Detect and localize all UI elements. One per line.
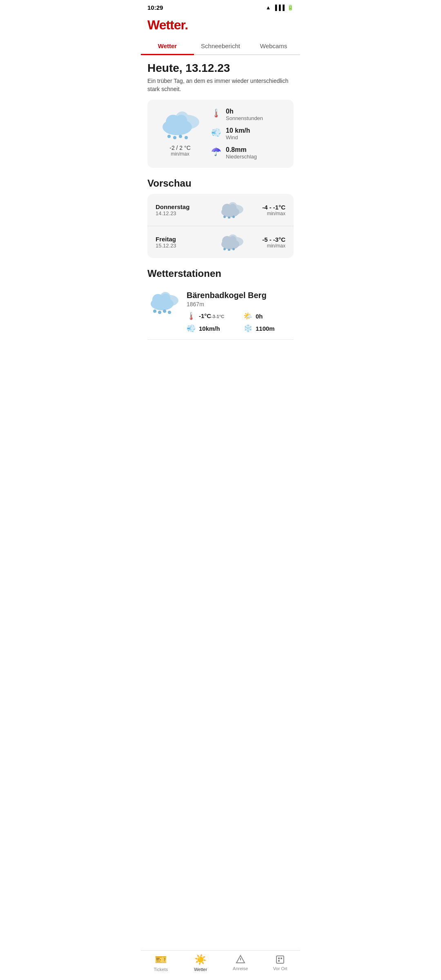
status-time: 10:29	[147, 4, 163, 11]
thermometer-icon: 🌡️	[211, 108, 221, 118]
station-wind: 💨 10km/h	[187, 324, 237, 333]
station-snow-value: 1100m	[256, 325, 275, 332]
svg-point-7	[179, 135, 182, 138]
svg-point-33	[168, 311, 171, 314]
station-sun-icon: 🌤️	[243, 312, 252, 321]
weather-stats: 🌡️ 0h Sonnenstunden 💨 10 km/h Wind ☂️ 0.…	[211, 108, 285, 160]
station-sun: 🌤️ 0h	[243, 312, 294, 321]
station-snow-icon: ❄️	[243, 324, 252, 333]
tab-wetter[interactable]: Wetter	[141, 38, 194, 54]
stations-title: Wetterstationen	[147, 268, 294, 279]
svg-point-22	[223, 248, 226, 250]
forecast-cloud-thu	[218, 201, 245, 218]
station-wind-icon: 💨	[187, 324, 196, 333]
forecast-cloud-fri	[218, 234, 245, 251]
current-temp: -2 / 2 °C	[169, 145, 191, 151]
forecast-row-fri: Freitag 15.12.23 -5 - -3°C min/max	[147, 226, 294, 258]
app-header: Wetter.	[141, 13, 300, 33]
station-stats: 🌡️ -1°C-3-1°C 🌤️ 0h 💨 10km/h	[187, 312, 294, 333]
station-sun-value: 0h	[256, 313, 263, 320]
signal-icon: ▐▐▐	[273, 4, 285, 11]
svg-point-24	[232, 248, 235, 250]
station-wind-value: 10km/h	[199, 325, 220, 332]
stat-precipitation: ☂️ 0.8mm Niederschlag	[211, 146, 285, 160]
logo-dot: .	[185, 18, 188, 32]
stat-sun: 🌡️ 0h Sonnenstunden	[211, 108, 285, 121]
station-item: Bärenbadkogel Berg 1867m 🌡️ -1°C-3-1°C 🌤…	[147, 284, 294, 340]
tab-webcams[interactable]: Webcams	[247, 38, 300, 54]
station-cloud-icon	[147, 291, 179, 314]
wind-label: Wind	[226, 134, 250, 140]
station-elevation: 1867m	[187, 301, 294, 307]
main-content: Heute, 13.12.23 Ein trüber Tag, an dem e…	[141, 55, 300, 381]
svg-point-16	[232, 216, 235, 218]
logo-text: Wetter	[147, 18, 185, 32]
status-bar: 10:29 ▲ ▐▐▐ 🔋	[141, 0, 300, 13]
today-title: Heute, 13.12.23	[147, 62, 294, 75]
svg-point-14	[223, 216, 226, 218]
station-temp: 🌡️ -1°C-3-1°C	[187, 312, 237, 321]
wind-value: 10 km/h	[226, 127, 250, 134]
forecast-card: Donnerstag 14.12.23 -4 - -1°C min/max	[147, 194, 294, 258]
svg-point-30	[153, 310, 156, 313]
tab-bar: Wetter Schneebericht Webcams	[141, 38, 300, 55]
status-icons: ▲ ▐▐▐ 🔋	[265, 4, 294, 11]
precip-label: Niederschlag	[226, 154, 257, 160]
current-temp-sub: min/max	[171, 151, 189, 157]
station-name: Bärenbadkogel Berg	[187, 291, 294, 300]
weather-cloud-icon	[158, 111, 203, 141]
svg-point-29	[160, 294, 170, 303]
forecast-day-thu: Donnerstag 14.12.23	[156, 203, 200, 216]
svg-point-4	[176, 115, 187, 126]
station-temp-main: -1°C-3-1°C	[199, 312, 224, 319]
current-weather-card: -2 / 2 °C min/max 🌡️ 0h Sonnenstunden 💨 …	[147, 100, 294, 168]
forecast-temp-fri: -5 - -3°C min/max	[262, 236, 285, 249]
svg-point-31	[158, 311, 161, 314]
svg-point-5	[167, 135, 171, 138]
svg-point-13	[229, 204, 236, 211]
forecast-icon-thu	[207, 201, 256, 218]
wind-icon: 💨	[211, 127, 221, 137]
sun-value: 0h	[226, 108, 263, 115]
stat-wind: 💨 10 km/h Wind	[211, 127, 285, 140]
svg-point-6	[173, 136, 176, 139]
weather-icon-area: -2 / 2 °C min/max	[156, 111, 205, 157]
station-snow: ❄️ 1100m	[243, 324, 294, 333]
today-description: Ein trüber Tag, an dem es immer wieder u…	[147, 77, 294, 93]
precip-value: 0.8mm	[226, 146, 257, 154]
station-icon-area	[147, 291, 180, 316]
forecast-row-thu: Donnerstag 14.12.23 -4 - -1°C min/max	[147, 194, 294, 226]
station-info: Bärenbadkogel Berg 1867m 🌡️ -1°C-3-1°C 🌤…	[187, 291, 294, 333]
svg-point-21	[229, 236, 236, 243]
forecast-temp-thu: -4 - -1°C min/max	[262, 204, 285, 216]
svg-point-32	[163, 310, 166, 313]
tab-schneebericht[interactable]: Schneebericht	[194, 38, 247, 54]
wifi-icon: ▲	[265, 4, 271, 11]
forecast-title: Vorschau	[147, 178, 294, 189]
station-thermo-icon: 🌡️	[187, 312, 196, 321]
sun-label: Sonnenstunden	[226, 115, 263, 121]
app-logo: Wetter.	[147, 18, 294, 33]
forecast-day-fri: Freitag 15.12.23	[156, 236, 200, 249]
forecast-icon-fri	[207, 234, 256, 251]
svg-point-8	[185, 136, 188, 139]
rain-icon: ☂️	[211, 147, 221, 156]
battery-icon: 🔋	[287, 4, 294, 11]
